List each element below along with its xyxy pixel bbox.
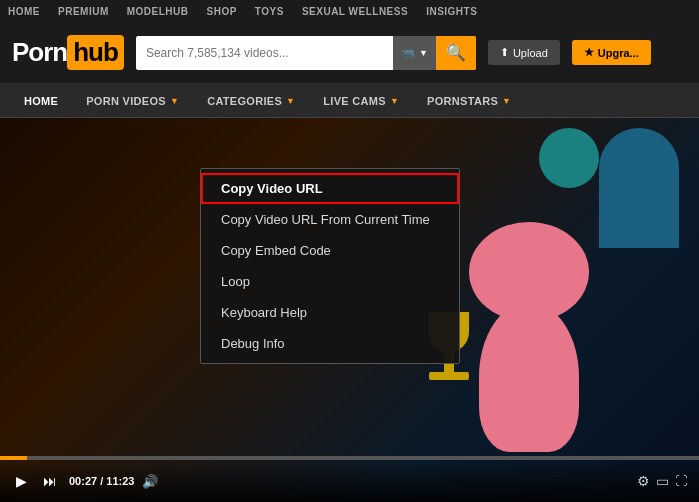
volume-icon[interactable]: 🔊 <box>142 474 158 489</box>
context-menu-item-debug-info[interactable]: Debug Info <box>201 328 459 359</box>
topnav-toys[interactable]: TOYS <box>255 6 284 17</box>
camera-search-button[interactable]: 📹 ▼ <box>393 36 436 70</box>
secnav-live-cams[interactable]: LIVE CAMS ▼ <box>311 84 411 118</box>
play-button[interactable]: ▶ <box>12 471 31 491</box>
scene-element <box>539 128 599 188</box>
logo-hub: hub <box>67 35 124 70</box>
search-button[interactable]: 🔍 <box>436 36 476 70</box>
logo-text: Porn <box>12 37 67 68</box>
upgrade-label: Upgra... <box>598 47 639 59</box>
upload-button[interactable]: ⬆ Upload <box>488 40 560 65</box>
time-display: 00:27 / 11:23 <box>69 475 134 487</box>
context-menu: Copy Video URL Copy Video URL From Curre… <box>200 168 460 364</box>
skip-next-icon: ⏭ <box>43 473 57 489</box>
topnav-modelhub[interactable]: MODELHUB <box>127 6 189 17</box>
site-logo[interactable]: Pornhub <box>12 35 124 70</box>
camera-icon: 📹 <box>401 46 415 59</box>
secnav-pornstars[interactable]: PORNSTARS ▼ <box>415 84 523 118</box>
context-menu-item-copy-url-time[interactable]: Copy Video URL From Current Time <box>201 204 459 235</box>
context-menu-item-copy-embed[interactable]: Copy Embed Code <box>201 235 459 266</box>
next-button[interactable]: ⏭ <box>39 471 61 491</box>
secnav-porn-videos[interactable]: PORN VIDEOS ▼ <box>74 84 191 118</box>
chevron-down-icon: ▼ <box>502 96 511 106</box>
site-header: Pornhub 📹 ▼ 🔍 ⬆ Upload ★ Upgra... <box>0 22 699 84</box>
chevron-down-icon: ▼ <box>170 96 179 106</box>
theater-mode-icon[interactable]: ▭ <box>656 473 669 489</box>
topnav-shop[interactable]: SHOP <box>207 6 237 17</box>
settings-icon[interactable]: ⚙ <box>637 473 650 489</box>
star-icon: ★ <box>584 46 594 59</box>
player-controls-bar: ▶ ⏭ 00:27 / 11:23 🔊 ⚙ ▭ ⛶ <box>0 460 699 502</box>
play-icon: ▶ <box>16 473 27 489</box>
upgrade-button[interactable]: ★ Upgra... <box>572 40 651 65</box>
cam-dropdown-arrow: ▼ <box>419 48 428 58</box>
search-bar: 📹 ▼ 🔍 <box>136 36 476 70</box>
fullscreen-icon[interactable]: ⛶ <box>675 474 687 488</box>
context-menu-item-loop[interactable]: Loop <box>201 266 459 297</box>
search-icon: 🔍 <box>446 43 466 62</box>
secnav-home[interactable]: HOME <box>12 84 70 118</box>
search-input[interactable] <box>136 36 393 70</box>
context-menu-item-keyboard-help[interactable]: Keyboard Help <box>201 297 459 328</box>
topnav-premium[interactable]: PREMIUM <box>58 6 109 17</box>
topnav-insights[interactable]: INSIGHTS <box>426 6 477 17</box>
secondary-navigation: HOME PORN VIDEOS ▼ CATEGORIES ▼ LIVE CAM… <box>0 84 699 118</box>
chevron-down-icon: ▼ <box>390 96 399 106</box>
controls-right: ⚙ ▭ ⛶ <box>637 473 687 489</box>
secnav-categories[interactable]: CATEGORIES ▼ <box>195 84 307 118</box>
character-patrick <box>459 252 599 452</box>
character-secondary <box>599 128 679 248</box>
upload-icon: ⬆ <box>500 46 509 59</box>
topnav-sexual-wellness[interactable]: SEXUAL WELLNESS <box>302 6 408 17</box>
context-menu-item-copy-video-url[interactable]: Copy Video URL <box>201 173 459 204</box>
upload-label: Upload <box>513 47 548 59</box>
topnav-home[interactable]: HOME <box>8 6 40 17</box>
video-player[interactable]: Copy Video URL Copy Video URL From Curre… <box>0 118 699 502</box>
chevron-down-icon: ▼ <box>286 96 295 106</box>
top-navigation: HOME PREMIUM MODELHUB SHOP TOYS SEXUAL W… <box>0 0 699 22</box>
